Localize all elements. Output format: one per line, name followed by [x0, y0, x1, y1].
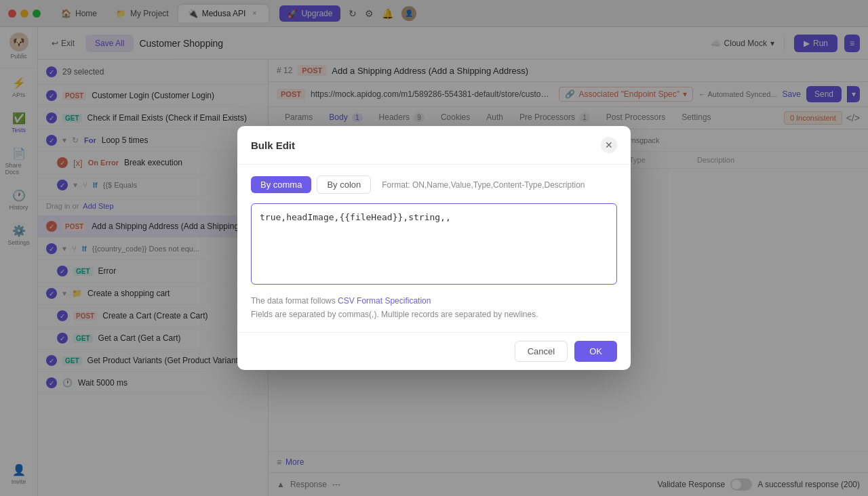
format-label: Format: ON,Name,Value,Type,Content-Type,…: [382, 180, 585, 190]
ok-button[interactable]: OK: [574, 341, 617, 362]
bulk-edit-modal: Bulk Edit ✕ By comma By colon Format: ON…: [237, 126, 631, 369]
tab-by-colon[interactable]: By colon: [317, 175, 371, 194]
modal-header: Bulk Edit ✕: [237, 126, 631, 165]
modal-body: By comma By colon Format: ON,Name,Value,…: [237, 165, 631, 331]
modal-footer: Cancel OK: [237, 332, 631, 370]
modal-tabs: By comma By colon Format: ON,Name,Value,…: [251, 175, 617, 194]
cancel-button[interactable]: Cancel: [515, 341, 568, 362]
hint-prefix: The data format follows: [251, 296, 338, 306]
bulk-edit-textarea[interactable]: true,headImage,{{fileHead}},string,,: [251, 203, 617, 285]
modal-close-button[interactable]: ✕: [601, 137, 617, 153]
csv-format-link[interactable]: CSV Format Specification: [338, 296, 431, 306]
modal-overlay[interactable]: Bulk Edit ✕ By comma By colon Format: ON…: [0, 0, 868, 496]
modal-title: Bulk Edit: [251, 140, 295, 151]
modal-hint: The data format follows CSV Format Speci…: [251, 295, 617, 321]
tab-by-comma[interactable]: By comma: [251, 176, 311, 193]
hint-line2: Fields are separated by commas(,). Multi…: [251, 310, 538, 319]
